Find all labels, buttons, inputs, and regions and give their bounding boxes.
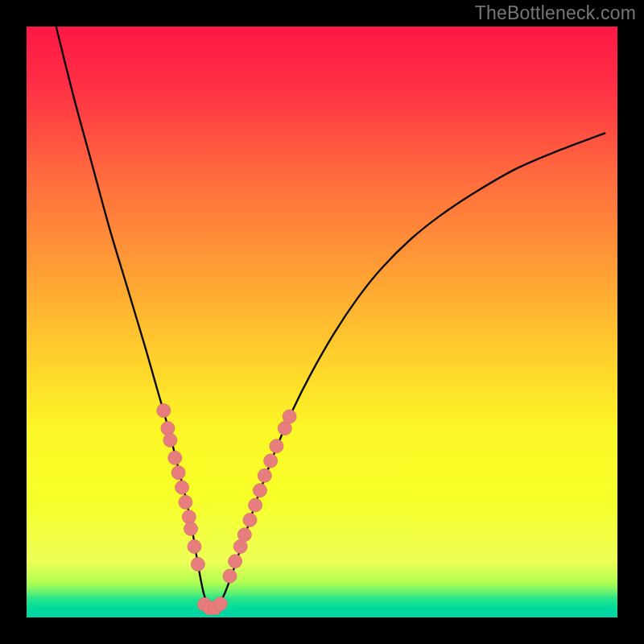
curve-marker [258, 469, 271, 482]
watermark-text: TheBottleneck.com [475, 0, 644, 24]
plot-frame-left [0, 0, 27, 644]
curve-marker [264, 454, 278, 468]
gradient-background [27, 27, 617, 617]
curve-marker [163, 433, 177, 447]
curve-marker [182, 510, 196, 524]
curve-marker [237, 528, 251, 542]
bottleneck-chart [27, 27, 617, 617]
curve-marker [283, 410, 296, 423]
curve-marker [213, 597, 227, 611]
curve-marker [243, 513, 257, 526]
curve-marker [223, 569, 237, 583]
curve-marker [157, 404, 171, 418]
curve-marker [175, 481, 189, 494]
curve-marker [249, 498, 262, 512]
curve-marker [179, 495, 192, 509]
curve-marker [270, 440, 283, 453]
curve-marker [168, 451, 182, 464]
curve-marker [184, 522, 198, 535]
curve-marker [171, 466, 185, 480]
curve-marker [161, 422, 175, 436]
plot-frame-right [617, 0, 644, 644]
curve-marker [229, 555, 242, 568]
curve-marker [253, 484, 266, 497]
curve-marker [191, 557, 204, 571]
curve-marker [188, 539, 201, 553]
plot-frame-bottom [0, 617, 644, 644]
